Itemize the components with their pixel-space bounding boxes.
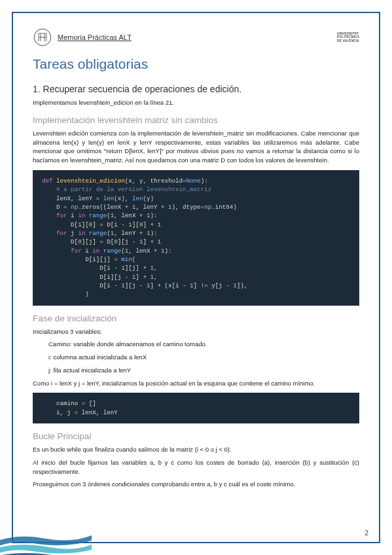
section-3-li2: i: columna actual inicializada a lenX	[33, 353, 359, 362]
section-2-title: Implementación levenshtein matriz sin ca…	[33, 115, 359, 125]
section-4-p1: Es un bucle while que finaliza cuando sa…	[33, 445, 359, 454]
page-title: Tareas obligatorias	[33, 56, 359, 72]
section-3-li3: j: fila actual inicializada a lenY	[33, 366, 359, 375]
section-3-title: Fase de inicialización	[33, 313, 359, 323]
section-3-p1: Inicializamos 3 variables:	[33, 327, 359, 336]
section-1-intro: Implementamos levenshtein_edicion en la …	[33, 98, 359, 107]
header: Memoria Prácticas ALT UNIVERSITAT POLITÈ…	[33, 27, 359, 47]
code-block-2: camino = [] i, j = lenX, lenY	[33, 393, 359, 423]
page-frame: Memoria Prácticas ALT UNIVERSITAT POLITÈ…	[12, 12, 380, 543]
document-title: Memoria Prácticas ALT	[58, 33, 337, 41]
section-2-body: Levenshtein edición comienza con la impl…	[33, 129, 359, 165]
section-4-p2: Al inicio del bucle fijamos las variable…	[33, 458, 359, 476]
section-4-title: Bucle Principal	[33, 431, 359, 441]
section-3-p2: Como i = lenX y j = lenY, inicializamos …	[33, 379, 359, 388]
section-3-li1: Camino: variable donde almacenamos el ca…	[33, 340, 359, 349]
code-block-1: def levenshtein_edicion(x, y, threshold=…	[33, 170, 359, 306]
university-logo-text: UNIVERSITAT POLITÈCNICA DE VALÈNCIA	[337, 32, 359, 43]
upv-seal-icon	[33, 27, 52, 47]
section-1-title: 1. Recuperar secuencia de operaciones de…	[33, 84, 359, 94]
section-4-p3: Proseguimos con 3 órdenes condicionales …	[33, 480, 359, 489]
page-number: 2	[365, 529, 368, 537]
